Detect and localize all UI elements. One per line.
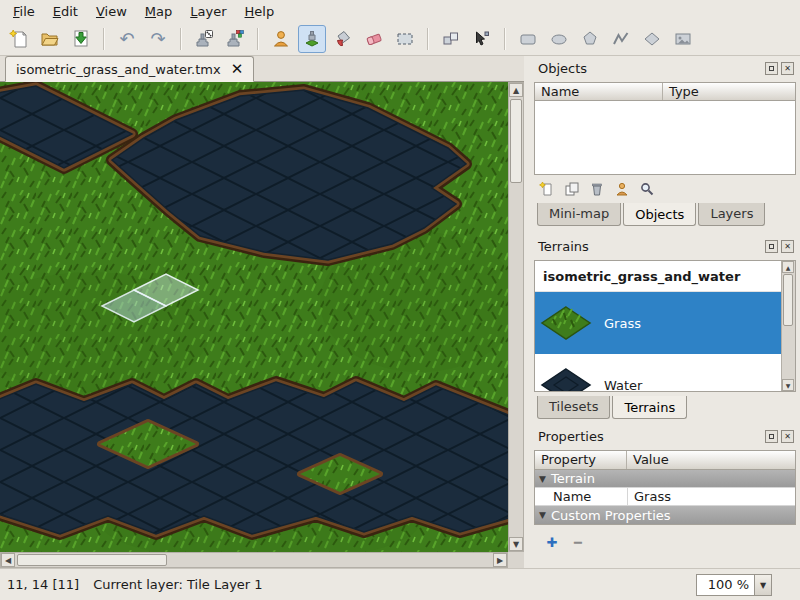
terrains-panel-title: Terrains [538, 239, 589, 254]
collapse-triangle-icon[interactable]: ▼ [539, 510, 546, 520]
open-file-button[interactable] [36, 25, 64, 53]
tab-tilesets[interactable]: Tilesets [537, 396, 610, 419]
water-band-bottom [0, 382, 508, 534]
vscroll-thumb[interactable] [510, 99, 522, 183]
new-file-icon [9, 29, 29, 49]
eraser-button[interactable] [360, 25, 388, 53]
objects-panel-title: Objects [538, 61, 587, 76]
insert-rectangle-button[interactable] [514, 25, 542, 53]
new-file-button[interactable] [5, 25, 33, 53]
object-select-button[interactable] [468, 25, 496, 53]
object-select-icon [472, 29, 492, 49]
insert-rectangle-icon [518, 29, 538, 49]
menu-view[interactable]: View [87, 1, 136, 22]
close-panel-icon[interactable]: ✕ [781, 62, 794, 75]
redo-button[interactable]: ↷ [144, 25, 172, 53]
float-panel-icon[interactable] [765, 240, 778, 253]
add-object-button[interactable] [536, 179, 558, 199]
close-panel-icon[interactable]: ✕ [781, 430, 794, 443]
map-vertical-scrollbar[interactable]: ▲ ▼ [508, 82, 524, 552]
scrollbar-corner [508, 552, 524, 568]
search-object-button[interactable] [636, 179, 658, 199]
duplicate-object-button[interactable] [561, 179, 583, 199]
insert-tile-icon [642, 29, 662, 49]
group-label: Custom Properties [551, 508, 671, 523]
remove-property-button[interactable]: ━ [568, 534, 588, 550]
float-panel-icon[interactable] [765, 62, 778, 75]
terrain-row-grass[interactable]: Grass [535, 292, 795, 354]
cursor-coordinates: 11, 14 [11] [7, 577, 79, 592]
properties-buttons: ✚ ━ [542, 534, 588, 550]
stamp-variations-button[interactable] [221, 25, 249, 53]
menu-help[interactable]: Help [236, 1, 284, 22]
hscroll-thumb[interactable] [17, 554, 167, 566]
property-row-name[interactable]: Name Grass [535, 488, 795, 506]
bucket-fill-icon [333, 29, 353, 49]
insert-polyline-button[interactable] [607, 25, 635, 53]
scroll-down-icon[interactable]: ▼ [509, 537, 523, 551]
property-group-terrain[interactable]: ▼ Terrain [535, 470, 795, 488]
objects-col-type[interactable]: Type [663, 83, 795, 100]
insert-ellipse-icon [549, 29, 569, 49]
bucket-fill-button[interactable] [329, 25, 357, 53]
properties-col-value[interactable]: Value [627, 451, 795, 469]
add-property-button[interactable]: ✚ [542, 534, 562, 550]
insert-polygon-button[interactable] [576, 25, 604, 53]
chevron-down-icon[interactable]: ▼ [754, 575, 771, 595]
insert-image-button[interactable] [669, 25, 697, 53]
character-stamp-button[interactable] [267, 25, 295, 53]
property-value[interactable]: Grass [627, 488, 795, 505]
map-editor-canvas[interactable] [0, 82, 508, 552]
eraser-icon [364, 29, 384, 49]
main-toolbar: ↶ ↷ [0, 23, 800, 56]
scroll-left-icon[interactable]: ◀ [1, 553, 15, 567]
objects-table-header: Name Type [534, 82, 796, 101]
trash-icon [589, 181, 605, 197]
insert-tile-button[interactable] [638, 25, 666, 53]
tab-layers[interactable]: Layers [698, 203, 765, 226]
terrain-row-water[interactable]: Water [535, 354, 795, 392]
toolbar-separator [427, 28, 429, 50]
menu-map[interactable]: Map [136, 1, 181, 22]
document-tab[interactable]: isometric_grass_and_water.tmx ✕ [5, 56, 254, 82]
terrains-list: isometric_grass_and_water Grass Water ▲ … [534, 260, 796, 392]
terrains-scroll-thumb[interactable] [783, 274, 793, 326]
save-icon [71, 29, 91, 49]
menu-edit[interactable]: Edit [44, 1, 87, 22]
scroll-up-icon[interactable]: ▲ [782, 261, 794, 273]
zoom-combobox[interactable]: 100 % ▼ [696, 574, 772, 596]
rectangular-select-button[interactable] [391, 25, 419, 53]
tab-close-icon[interactable]: ✕ [231, 62, 244, 77]
float-panel-icon[interactable] [765, 430, 778, 443]
random-stamp-button[interactable] [190, 25, 218, 53]
scroll-down-icon[interactable]: ▼ [782, 379, 794, 391]
menu-file[interactable]: File [4, 1, 44, 22]
collapse-triangle-icon[interactable]: ▼ [539, 474, 546, 484]
stamp-brush-button[interactable] [298, 25, 326, 53]
map-horizontal-scrollbar[interactable]: ◀ ▶ [0, 552, 508, 568]
insert-ellipse-button[interactable] [545, 25, 573, 53]
tab-terrains[interactable]: Terrains [612, 396, 687, 419]
scroll-right-icon[interactable]: ▶ [493, 553, 507, 567]
person-icon [271, 29, 291, 49]
properties-col-property[interactable]: Property [535, 451, 627, 469]
same-tile-select-button[interactable] [437, 25, 465, 53]
objects-col-name[interactable]: Name [535, 83, 663, 100]
terrains-panel-titlebar: Terrains ✕ [534, 238, 796, 258]
property-group-custom[interactable]: ▼ Custom Properties [535, 506, 795, 524]
terrains-scrollbar[interactable]: ▲ ▼ [781, 261, 795, 391]
document-tab-title: isometric_grass_and_water.tmx [16, 62, 221, 77]
close-panel-icon[interactable]: ✕ [781, 240, 794, 253]
edit-object-button[interactable] [611, 179, 633, 199]
undo-button[interactable]: ↶ [113, 25, 141, 53]
tab-objects[interactable]: Objects [623, 203, 696, 226]
grass-tile-thumbnail [538, 295, 594, 351]
menu-bar: File Edit View Map Layer Help [0, 0, 800, 23]
save-file-button[interactable] [67, 25, 95, 53]
remove-object-button[interactable] [586, 179, 608, 199]
tab-mini-map[interactable]: Mini-map [537, 203, 621, 226]
menu-layer[interactable]: Layer [181, 1, 235, 22]
scroll-up-icon[interactable]: ▲ [509, 83, 523, 97]
objects-list[interactable] [534, 101, 796, 175]
map-svg [0, 82, 508, 552]
